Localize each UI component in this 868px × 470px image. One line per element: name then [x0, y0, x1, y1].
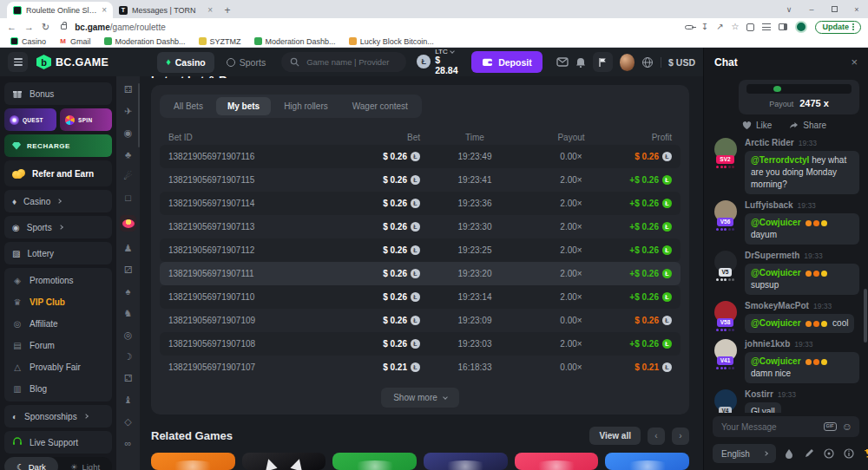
table-row[interactable]: 138219056971907112$ 0.26Ł19:23:252.00×+$… — [160, 238, 681, 262]
bet-tab-all-bets[interactable]: All Bets — [162, 97, 214, 115]
sidebar-item-sponsorships[interactable]: ◐Sponsorships — [4, 405, 112, 428]
password-key-icon[interactable] — [685, 25, 694, 29]
game-plinko[interactable]: ♟ — [122, 244, 134, 253]
extensions-icon[interactable] — [746, 23, 754, 31]
hamburger-menu-button[interactable] — [8, 52, 28, 72]
chat-username[interactable]: DrSupermeth — [745, 251, 799, 260]
game-dice3[interactable]: ⚁ — [122, 374, 134, 383]
chat-username[interactable]: Kostirr — [745, 389, 773, 399]
deposit-button[interactable]: Deposit — [471, 51, 542, 73]
black-cat-game-tile[interactable] — [242, 453, 326, 470]
game-search[interactable] — [281, 52, 406, 72]
game-ball[interactable]: ◉ — [122, 128, 134, 138]
sidebar-item-forum[interactable]: ▤Forum — [4, 335, 112, 356]
info-icon[interactable] — [844, 448, 855, 460]
bet-id-cell[interactable]: 138219056971907109 — [168, 316, 330, 325]
wallet-balance[interactable]: Ł LTC $ 28.84 — [417, 49, 459, 76]
mention-link[interactable]: @Terrordvctyl — [751, 155, 809, 165]
forward-button[interactable]: → — [24, 23, 34, 32]
sidebar-item-affiliate[interactable]: ◎Affiliate — [4, 313, 112, 335]
browser-tab[interactable]: TMessages | TORN× — [113, 2, 219, 18]
game-gemstone[interactable]: ◇ — [122, 417, 134, 427]
bet-id-cell[interactable]: 138219056971907110 — [168, 292, 330, 302]
globe-language-icon[interactable] — [641, 56, 654, 69]
green-game-tile[interactable] — [332, 453, 417, 470]
sidebar-item-blog[interactable]: ▥Blog — [4, 378, 112, 400]
gif-icon[interactable]: GIF — [824, 422, 837, 432]
sidebar-item-sports[interactable]: ◉Sports — [4, 216, 112, 238]
nav-sports-button[interactable]: Sports — [218, 52, 274, 73]
game-clubs[interactable]: ♣ — [122, 150, 134, 160]
shared-bet-card[interactable]: Payout 2475 x — [739, 80, 859, 114]
vault-mail-icon[interactable] — [556, 57, 569, 67]
carousel-next-button[interactable]: › — [672, 428, 689, 445]
chat-username[interactable]: Luffyisback — [745, 200, 793, 210]
view-all-button[interactable]: View all — [589, 427, 641, 445]
page-scrollbar[interactable] — [863, 48, 868, 470]
table-row[interactable]: 138219056971907107$ 0.21Ł16:18:330.00×$ … — [160, 356, 681, 379]
maximize-button[interactable] — [823, 0, 845, 18]
game-roulette[interactable] — [120, 215, 136, 232]
minimize-button[interactable]: – — [800, 0, 823, 18]
bet-tab-high-rollers[interactable]: High rollers — [273, 97, 339, 115]
mention-link[interactable]: @Cowjuicer — [751, 268, 801, 277]
bet-id-cell[interactable]: 138219056971907107 — [168, 362, 330, 372]
sidebar-item-quest[interactable]: QUEST — [4, 108, 56, 131]
game-moon[interactable]: ☽ — [122, 352, 134, 362]
side-panel-icon[interactable] — [779, 23, 787, 30]
mention-link[interactable]: @Cowjuicer — [751, 356, 801, 366]
game-infinity[interactable]: ∞ — [122, 439, 134, 448]
table-row[interactable]: 138219056971907108$ 0.26Ł19:23:032.00×+$… — [160, 332, 681, 356]
chat-username[interactable]: SmokeyMacPot — [745, 301, 809, 310]
close-window-button[interactable]: × — [845, 0, 868, 18]
game-knight[interactable]: ♞ — [122, 309, 134, 318]
browser-tab[interactable]: Roulette Online Slot - Play onlin× — [7, 2, 113, 18]
chrome-profile-avatar[interactable] — [795, 21, 807, 33]
bet-id-cell[interactable]: 138219056971907113 — [168, 222, 330, 232]
reading-list-icon[interactable] — [762, 23, 771, 30]
search-input[interactable] — [305, 56, 398, 68]
rail-scrollbar[interactable] — [138, 83, 140, 147]
user-avatar[interactable] — [620, 54, 635, 71]
bookmark-item[interactable]: Lucky Block Bitcoin... — [349, 37, 434, 46]
game-frame[interactable]: □ — [122, 193, 134, 203]
sidebar-item-bonus[interactable]: Bonus — [4, 82, 112, 105]
game-crash[interactable]: ✈ — [122, 107, 134, 116]
sidebar-item-promotions[interactable]: ◈Promotions — [4, 270, 112, 291]
bookmark-star-icon[interactable]: ☆ — [732, 23, 740, 31]
install-icon[interactable]: ↧ — [701, 23, 708, 31]
bet-tab-wager-contest[interactable]: Wager contest — [341, 97, 419, 115]
bet-id-cell[interactable]: 138219056971907114 — [168, 199, 330, 208]
like-button[interactable]: Like — [756, 121, 772, 130]
show-more-button[interactable]: Show more — [381, 388, 459, 408]
tab-close-icon[interactable]: × — [102, 6, 107, 15]
language-selector[interactable]: English — [713, 444, 776, 463]
game-comet[interactable]: ☄ — [122, 172, 134, 181]
chat-username[interactable]: johnie1kxb — [745, 339, 790, 349]
game-dice2[interactable]: ⚂ — [122, 265, 134, 275]
table-row[interactable]: 138219056971907113$ 0.26Ł19:23:302.00×+$… — [160, 215, 681, 238]
table-row[interactable]: 138219056971907115$ 0.26Ł19:23:412.00×+$… — [160, 168, 681, 192]
bet-id-cell[interactable]: 138219056971907115 — [168, 175, 330, 185]
blue-game-tile[interactable] — [605, 453, 689, 470]
bookmark-item[interactable]: SYZTMZ — [199, 37, 241, 46]
theme-light-button[interactable]: ☀ Light — [58, 457, 112, 470]
table-row[interactable]: 138219056971907111$ 0.26Ł19:23:202.00×+$… — [160, 262, 681, 285]
secure-lock-icon[interactable] — [61, 24, 67, 29]
scrollbar-thumb[interactable] — [864, 289, 867, 343]
back-button[interactable]: ← — [7, 23, 16, 32]
bookmark-item[interactable]: Moderation Dashb... — [104, 37, 186, 46]
theme-dark-button[interactable]: ☾ Dark — [4, 457, 58, 470]
share-button[interactable]: Share — [803, 121, 826, 130]
table-row[interactable]: 138219056971907114$ 0.26Ł19:23:362.00×+$… — [160, 192, 681, 215]
game-dice[interactable]: ⚃ — [122, 85, 134, 95]
mention-link[interactable]: @Cowjuicer — [751, 218, 801, 227]
sidebar-item-spin[interactable]: SPIN — [60, 108, 112, 131]
sidebar-item-refer-and-earn[interactable]: Refer and Earn — [4, 160, 112, 186]
night-city-game-tile[interactable] — [424, 453, 508, 470]
sidebar-item-vip-club[interactable]: ♛VIP Club — [4, 291, 112, 313]
fiat-currency-label[interactable]: $ USD — [668, 57, 695, 68]
chat-close-icon[interactable]: × — [851, 56, 858, 68]
rain-icon[interactable] — [784, 448, 795, 460]
game-ring[interactable]: ◎ — [122, 330, 134, 340]
